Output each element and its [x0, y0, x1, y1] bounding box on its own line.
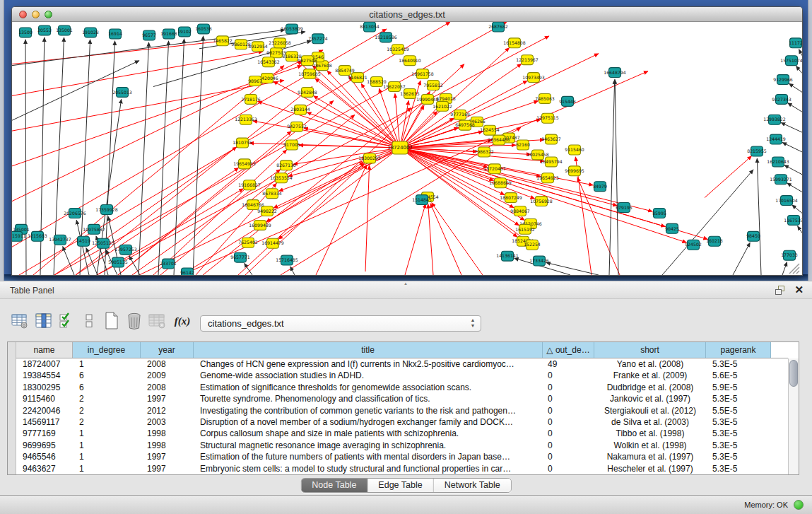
cell[interactable]: 5.3E-5	[706, 393, 771, 404]
table-row[interactable]: 946554611997Estimation of the future num…	[16, 451, 788, 462]
citation-edge-black[interactable]	[782, 262, 787, 275]
cell[interactable]: 1998	[141, 428, 194, 439]
cell[interactable]: 1997	[141, 451, 194, 462]
network-window[interactable]: citations_edges.txt	[11, 6, 803, 276]
cell[interactable]: 2	[73, 405, 141, 416]
float-panel-icon[interactable]	[775, 286, 786, 295]
citation-edge-red[interactable]	[54, 22, 507, 275]
cited-node[interactable]: 1810755	[233, 138, 252, 148]
citation-edge-black[interactable]	[193, 36, 204, 275]
cell[interactable]: 2	[73, 416, 141, 428]
peripheral-node[interactable]: 7357274	[308, 34, 328, 44]
cell[interactable]: Dudbridge et al. (2008)	[594, 382, 706, 393]
peripheral-node[interactable]: 19102	[177, 27, 192, 37]
cell[interactable]: Jankovic et al. (1997)	[594, 393, 706, 404]
citation-edge-red[interactable]	[12, 52, 263, 96]
cell[interactable]: 9777169	[16, 428, 73, 439]
cell[interactable]: Franke et al. (2009)	[594, 370, 706, 381]
right-panel-edge[interactable]	[808, 0, 812, 281]
cell[interactable]: 2009	[141, 370, 194, 381]
cell[interactable]: 1	[73, 428, 141, 439]
cited-node[interactable]: 12213363	[235, 115, 257, 124]
cited-node[interactable]: 10325419	[387, 45, 409, 54]
citation-edge-black[interactable]	[798, 226, 802, 233]
table-row[interactable]: 1872400712008Changes of HCN gene express…	[16, 358, 788, 370]
column-header-title[interactable]: title	[194, 342, 543, 358]
citation-edge-red[interactable]	[278, 148, 400, 239]
cell[interactable]: Wolkin et al. (1998)	[594, 440, 706, 451]
cell[interactable]: 19384554	[16, 370, 73, 381]
column-header-filler[interactable]	[771, 342, 788, 358]
table-row[interactable]: 1938455462009Genome-wide association stu…	[16, 370, 788, 381]
citation-edge-red[interactable]	[577, 177, 620, 275]
citation-edge-black[interactable]	[63, 247, 74, 275]
table-settings-icon[interactable]	[10, 310, 30, 332]
cell[interactable]: 5.3E-5	[706, 463, 771, 474]
peripheral-node[interactable]: 915448	[559, 96, 576, 106]
peripheral-node[interactable]: 16648794	[604, 68, 626, 78]
peripheral-node[interactable]: 90425	[665, 223, 679, 233]
table-row[interactable]: 2242004622012Investigating the contribut…	[16, 405, 788, 416]
cited-node[interactable]: 7485063	[535, 93, 555, 103]
column-header-name[interactable]: name	[16, 342, 73, 358]
tab-edge-table[interactable]: Edge Table	[367, 479, 433, 492]
citation-edge-black[interactable]	[782, 142, 802, 152]
cited-node[interactable]: 7955812	[423, 81, 443, 90]
cell[interactable]: 1	[73, 451, 141, 462]
peripheral-node[interactable]: 9227343	[772, 94, 792, 104]
column-header-in_degree[interactable]: in_degree	[73, 342, 141, 358]
citation-edge-black[interactable]	[787, 103, 802, 112]
cell[interactable]: Genome-wide association studies in ADHD.	[194, 370, 543, 381]
tab-network-table[interactable]: Network Table	[434, 479, 511, 492]
cited-node[interactable]: 18640910	[399, 56, 421, 66]
cell[interactable]: 9115460	[16, 393, 73, 404]
citation-edge-red[interactable]	[316, 165, 367, 275]
cited-node[interactable]: 8267130	[276, 160, 296, 170]
cell[interactable]: 6	[73, 382, 141, 393]
citation-edge-red[interactable]	[365, 165, 370, 271]
cell[interactable]: 5.5E-5	[706, 405, 771, 416]
cell[interactable]: 5.3E-5	[706, 358, 771, 370]
peripheral-node[interactable]: 177033	[781, 250, 798, 260]
cited-node[interactable]: 8912954	[248, 42, 268, 52]
cited-node[interactable]: 9115460	[565, 145, 584, 155]
cell[interactable]: 0	[543, 463, 594, 474]
cell[interactable]: 9699695	[16, 440, 73, 451]
cell[interactable]: 9465546	[16, 451, 73, 462]
citation-edge-black[interactable]	[139, 42, 149, 275]
peripheral-node[interactable]: 17016504	[775, 196, 798, 206]
cell[interactable]: 9463627	[16, 463, 73, 474]
cell[interactable]: 0	[543, 370, 594, 381]
cell[interactable]: Tourette syndrome. Phenomenology and cla…	[194, 393, 543, 404]
cell[interactable]: 0	[543, 440, 594, 451]
cell[interactable]: de Silva et al. (2003)	[594, 416, 706, 428]
table-row[interactable]: 969969511998Structural magnetic resonanc…	[16, 440, 788, 451]
cell[interactable]: 2	[73, 393, 141, 404]
peripheral-node[interactable]: 96142	[180, 268, 194, 275]
peripheral-node[interactable]: 16914	[108, 29, 122, 39]
cell[interactable]: Estimation of significance thresholds fo…	[194, 382, 543, 393]
peripheral-node[interactable]: 8813054	[360, 22, 379, 32]
cited-node[interactable]: 10756928	[530, 197, 553, 206]
cell[interactable]: 1997	[141, 393, 194, 404]
cell[interactable]: Disruption of a novel member of a sodium…	[194, 416, 543, 428]
splitter-handle[interactable]: ▴	[402, 282, 409, 285]
cell[interactable]: 14569117	[16, 416, 73, 428]
cell[interactable]: Corpus callosum shape and size in male p…	[194, 428, 543, 439]
citation-edge-red[interactable]	[405, 204, 425, 275]
cited-node[interactable]: 152254	[524, 240, 541, 250]
cited-node[interactable]: 16154808	[503, 38, 526, 48]
cell[interactable]: 5.9E-5	[706, 382, 771, 393]
cited-node[interactable]: 10688609	[489, 178, 512, 188]
cell[interactable]: 0	[543, 416, 594, 428]
peripheral-node[interactable]: 13500	[18, 28, 33, 37]
peripheral-node[interactable]: 14519	[76, 236, 90, 246]
citation-edge-black[interactable]	[792, 205, 802, 214]
peripheral-node[interactable]: 10975887	[83, 224, 105, 234]
citation-edge-black[interactable]	[796, 66, 802, 73]
citation-edge-red[interactable]	[705, 156, 752, 198]
cell[interactable]: 1	[73, 463, 141, 474]
cited-node[interactable]: 2718176	[241, 94, 261, 104]
citation-edge-black[interactable]	[733, 243, 750, 275]
peripheral-node[interactable]: 15751074	[780, 56, 802, 66]
